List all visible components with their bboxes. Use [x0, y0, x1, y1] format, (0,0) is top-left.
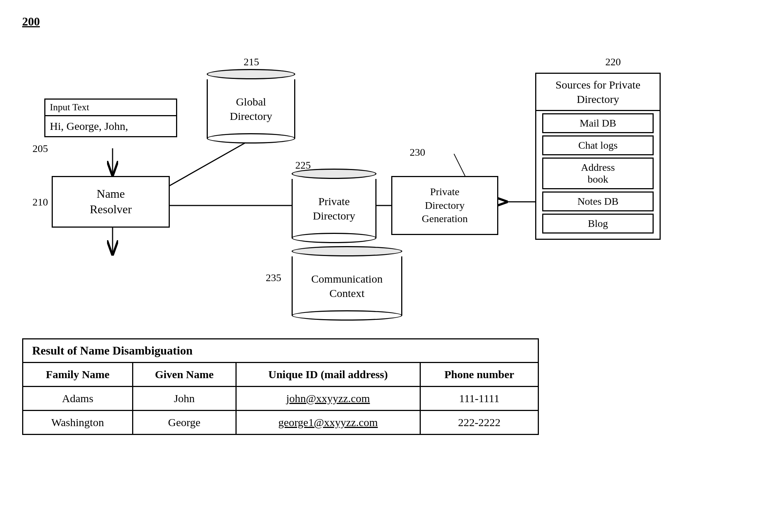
- cyl-bottom-comm: [292, 310, 402, 321]
- cell-family-2: Washington: [23, 411, 133, 435]
- ref-210: 210: [32, 196, 48, 208]
- ref-220: 220: [605, 56, 621, 68]
- input-text-box: Input Text Hi, George, John,: [44, 99, 177, 137]
- diagram-area: Input Text Hi, George, John, 205 Name Re…: [22, 36, 760, 324]
- table-row: Washington George george1@xxyyzz.com 222…: [23, 411, 539, 435]
- global-directory-cylinder: Global Directory: [207, 69, 295, 144]
- col-family-name: Family Name: [23, 363, 133, 387]
- cyl-body-private: Private Directory: [292, 179, 376, 238]
- cell-family-1: Adams: [23, 387, 133, 411]
- sources-title: Sources for Private Directory: [536, 74, 660, 111]
- cyl-bottom-private: [292, 233, 376, 243]
- input-text-content: Hi, George, John,: [45, 116, 176, 136]
- ref-215: 215: [244, 56, 259, 68]
- col-given-name: Given Name: [133, 363, 236, 387]
- cyl-bottom-global: [207, 133, 295, 144]
- ref-230: 230: [410, 146, 425, 158]
- col-unique-id: Unique ID (mail address): [236, 363, 420, 387]
- source-chat-logs: Chat logs: [542, 135, 654, 155]
- cell-given-1: John: [133, 387, 236, 411]
- source-address-book: Addressbook: [542, 158, 654, 189]
- col-phone-number: Phone number: [420, 363, 538, 387]
- source-notes-db: Notes DB: [542, 191, 654, 211]
- cyl-top-global: [207, 69, 295, 79]
- result-table-wrap: Result of Name Disambiguation Family Nam…: [22, 338, 539, 435]
- cell-phone-1: 111-1111: [420, 387, 538, 411]
- cyl-body-comm: Communication Context: [292, 256, 402, 315]
- page-label: 200: [22, 15, 759, 28]
- cell-uid-2: george1@xxyyzz.com: [236, 411, 420, 435]
- table-header-row: Family Name Given Name Unique ID (mail a…: [23, 363, 539, 387]
- result-table: Family Name Given Name Unique ID (mail a…: [22, 362, 539, 435]
- ref-205: 205: [32, 143, 48, 155]
- cell-uid-1: john@xxyyzz.com: [236, 387, 420, 411]
- cell-given-2: George: [133, 411, 236, 435]
- ref-235: 235: [266, 272, 281, 284]
- private-directory-cylinder: Private Directory: [292, 169, 376, 243]
- communication-context-cylinder: Communication Context: [292, 246, 402, 321]
- cyl-top-private: [292, 169, 376, 179]
- cyl-top-comm: [292, 246, 402, 256]
- sources-box: Sources for Private Directory Mail DB Ch…: [535, 73, 661, 240]
- cyl-body-global: Global Directory: [207, 79, 295, 138]
- input-text-label: Input Text: [45, 100, 176, 116]
- source-blog: Blog: [542, 214, 654, 234]
- source-mail-db: Mail DB: [542, 113, 654, 133]
- table-row: Adams John john@xxyyzz.com 111-1111: [23, 387, 539, 411]
- name-resolver-box: Name Resolver: [52, 176, 170, 228]
- cell-phone-2: 222-2222: [420, 411, 538, 435]
- svg-line-6: [454, 154, 465, 176]
- table-title-bar: Result of Name Disambiguation: [22, 338, 539, 362]
- private-dir-generation-box: Private Directory Generation: [391, 176, 498, 235]
